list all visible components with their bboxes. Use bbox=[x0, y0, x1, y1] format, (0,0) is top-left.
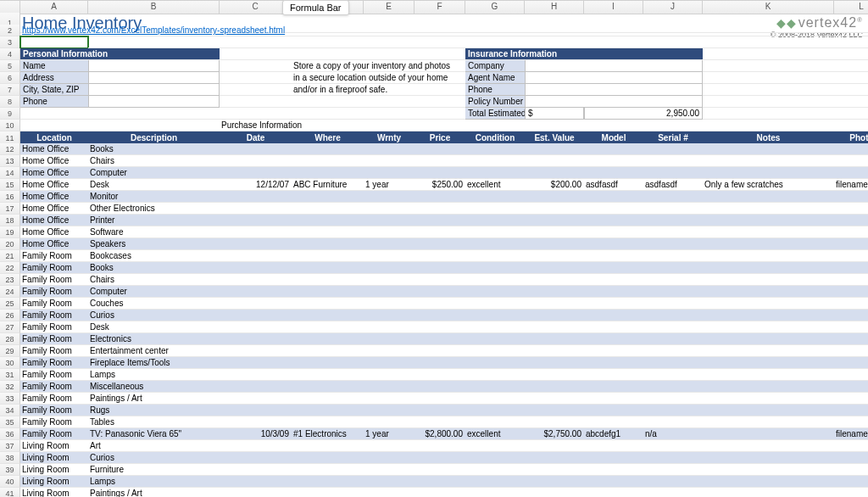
location-cell[interactable]: Living Room bbox=[20, 488, 88, 497]
date-cell[interactable] bbox=[220, 238, 292, 250]
warranty-cell[interactable] bbox=[364, 357, 415, 369]
price-cell[interactable] bbox=[415, 203, 465, 215]
serial-cell[interactable] bbox=[643, 381, 703, 393]
warranty-cell[interactable] bbox=[364, 143, 415, 155]
warranty-cell[interactable]: 1 year bbox=[364, 428, 415, 440]
condition-cell[interactable] bbox=[465, 286, 525, 298]
notes-cell[interactable] bbox=[703, 321, 834, 333]
row-header[interactable]: 7 bbox=[0, 84, 20, 96]
personal-input[interactable] bbox=[88, 96, 220, 108]
date-cell[interactable] bbox=[220, 345, 292, 357]
est-value-cell[interactable] bbox=[525, 298, 584, 310]
description-cell[interactable]: Paintings / Art bbox=[88, 393, 220, 405]
model-cell[interactable] bbox=[584, 262, 643, 274]
price-cell[interactable] bbox=[415, 155, 465, 167]
location-cell[interactable]: Home Office bbox=[20, 238, 88, 250]
photo-cell[interactable] bbox=[834, 393, 868, 405]
condition-cell[interactable] bbox=[465, 333, 525, 345]
serial-cell[interactable] bbox=[643, 369, 703, 381]
est-value-cell[interactable] bbox=[525, 464, 584, 476]
warranty-cell[interactable] bbox=[364, 274, 415, 286]
warranty-cell[interactable] bbox=[364, 405, 415, 416]
price-cell[interactable] bbox=[415, 357, 465, 369]
price-cell[interactable] bbox=[415, 393, 465, 405]
location-cell[interactable]: Family Room bbox=[20, 393, 88, 405]
model-cell[interactable] bbox=[584, 191, 643, 203]
model-cell[interactable] bbox=[584, 310, 643, 321]
warranty-cell[interactable] bbox=[364, 298, 415, 310]
date-cell[interactable] bbox=[220, 215, 292, 226]
model-cell[interactable] bbox=[584, 488, 643, 497]
est-value-cell[interactable] bbox=[525, 357, 584, 369]
est-value-cell[interactable] bbox=[525, 416, 584, 428]
est-value-cell[interactable] bbox=[525, 215, 584, 226]
row-header[interactable]: 20 bbox=[0, 238, 20, 250]
warranty-cell[interactable] bbox=[364, 238, 415, 250]
model-cell[interactable] bbox=[584, 476, 643, 488]
warranty-cell[interactable] bbox=[364, 476, 415, 488]
photo-cell[interactable] bbox=[834, 298, 868, 310]
condition-cell[interactable] bbox=[465, 452, 525, 464]
template-link[interactable]: https://www.vertex42.com/ExcelTemplates/… bbox=[20, 25, 465, 36]
description-cell[interactable]: Tables bbox=[88, 416, 220, 428]
cell[interactable] bbox=[834, 48, 868, 60]
description-cell[interactable]: Miscellaneous bbox=[88, 381, 220, 393]
condition-cell[interactable] bbox=[465, 476, 525, 488]
model-cell[interactable] bbox=[584, 274, 643, 286]
row-header[interactable]: 30 bbox=[0, 357, 20, 369]
date-cell[interactable] bbox=[220, 452, 292, 464]
photo-cell[interactable] bbox=[834, 476, 868, 488]
est-value-cell[interactable] bbox=[525, 488, 584, 497]
location-cell[interactable]: Family Room bbox=[20, 286, 88, 298]
description-cell[interactable]: Books bbox=[88, 262, 220, 274]
photo-cell[interactable] bbox=[834, 274, 868, 286]
personal-input[interactable] bbox=[88, 84, 220, 96]
price-cell[interactable] bbox=[415, 298, 465, 310]
price-cell[interactable] bbox=[415, 238, 465, 250]
model-cell[interactable] bbox=[584, 369, 643, 381]
model-cell[interactable] bbox=[584, 440, 643, 452]
description-cell[interactable]: Speakers bbox=[88, 238, 220, 250]
location-cell[interactable]: Family Room bbox=[20, 274, 88, 286]
location-cell[interactable]: Family Room bbox=[20, 369, 88, 381]
description-cell[interactable]: Books bbox=[88, 143, 220, 155]
cell[interactable] bbox=[292, 36, 364, 48]
notes-cell[interactable] bbox=[703, 310, 834, 321]
warranty-cell[interactable] bbox=[364, 155, 415, 167]
description-cell[interactable]: Bookcases bbox=[88, 250, 220, 262]
condition-cell[interactable] bbox=[465, 488, 525, 497]
est-value-cell[interactable] bbox=[525, 262, 584, 274]
photo-cell[interactable] bbox=[834, 381, 868, 393]
model-cell[interactable] bbox=[584, 357, 643, 369]
where-cell[interactable] bbox=[292, 250, 364, 262]
where-cell[interactable] bbox=[292, 440, 364, 452]
date-cell[interactable] bbox=[220, 405, 292, 416]
price-cell[interactable] bbox=[415, 369, 465, 381]
where-cell[interactable] bbox=[292, 143, 364, 155]
location-cell[interactable]: Home Office bbox=[20, 203, 88, 215]
cell[interactable] bbox=[525, 120, 584, 131]
row-header[interactable]: 37 bbox=[0, 440, 20, 452]
serial-cell[interactable] bbox=[643, 321, 703, 333]
notes-cell[interactable] bbox=[703, 238, 834, 250]
warranty-cell[interactable] bbox=[364, 215, 415, 226]
notes-cell[interactable] bbox=[703, 191, 834, 203]
price-cell[interactable] bbox=[415, 143, 465, 155]
location-cell[interactable]: Home Office bbox=[20, 167, 88, 179]
description-cell[interactable]: Couches bbox=[88, 298, 220, 310]
cell[interactable] bbox=[364, 36, 415, 48]
cell[interactable] bbox=[364, 48, 415, 60]
price-cell[interactable] bbox=[415, 274, 465, 286]
row-header[interactable]: 3 bbox=[0, 36, 20, 48]
model-cell[interactable] bbox=[584, 333, 643, 345]
warranty-cell[interactable] bbox=[364, 345, 415, 357]
where-cell[interactable] bbox=[292, 381, 364, 393]
photo-cell[interactable] bbox=[834, 226, 868, 238]
condition-cell[interactable] bbox=[465, 369, 525, 381]
est-value-cell[interactable] bbox=[525, 333, 584, 345]
notes-cell[interactable] bbox=[703, 464, 834, 476]
row-header[interactable]: 4 bbox=[0, 48, 20, 60]
row-header[interactable]: 17 bbox=[0, 203, 20, 215]
notes-cell[interactable] bbox=[703, 298, 834, 310]
date-cell[interactable]: 12/12/07 bbox=[220, 179, 292, 191]
